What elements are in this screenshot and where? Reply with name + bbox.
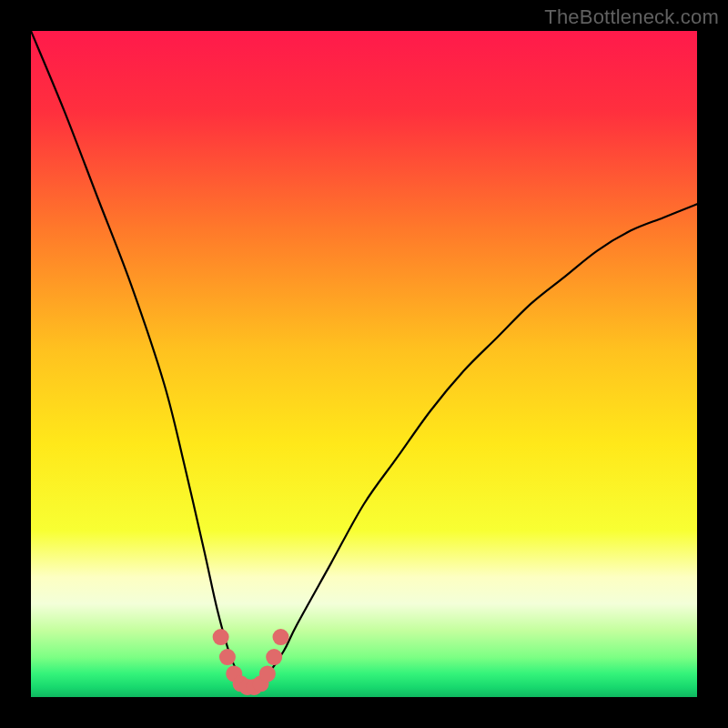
plot-area	[31, 31, 697, 697]
highlight-dot	[266, 649, 282, 665]
watermark-label: TheBottleneck.com	[544, 5, 719, 29]
highlight-dot	[259, 665, 276, 682]
chart-frame: TheBottleneck.com	[0, 0, 728, 728]
highlight-dot	[273, 629, 289, 645]
bottleneck-chart	[31, 31, 697, 697]
gradient-background	[31, 31, 697, 697]
highlight-dot	[213, 629, 229, 645]
highlight-dot	[219, 649, 236, 665]
